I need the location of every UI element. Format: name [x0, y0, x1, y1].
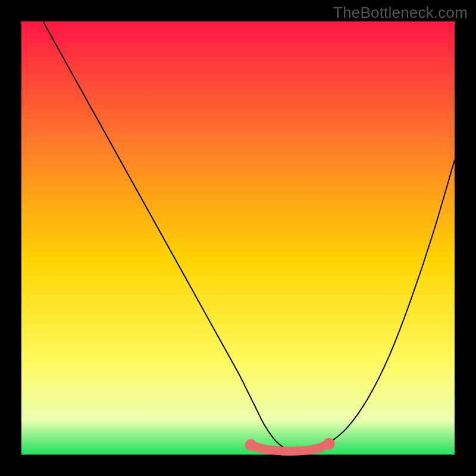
watermark-text: TheBottleneck.com	[333, 4, 468, 22]
optimal-range-endpoint	[245, 439, 257, 451]
chart-svg	[0, 0, 476, 476]
plot-area	[21, 21, 455, 455]
chart-frame: TheBottleneck.com	[0, 0, 476, 476]
optimal-range-endpoint	[323, 438, 335, 450]
